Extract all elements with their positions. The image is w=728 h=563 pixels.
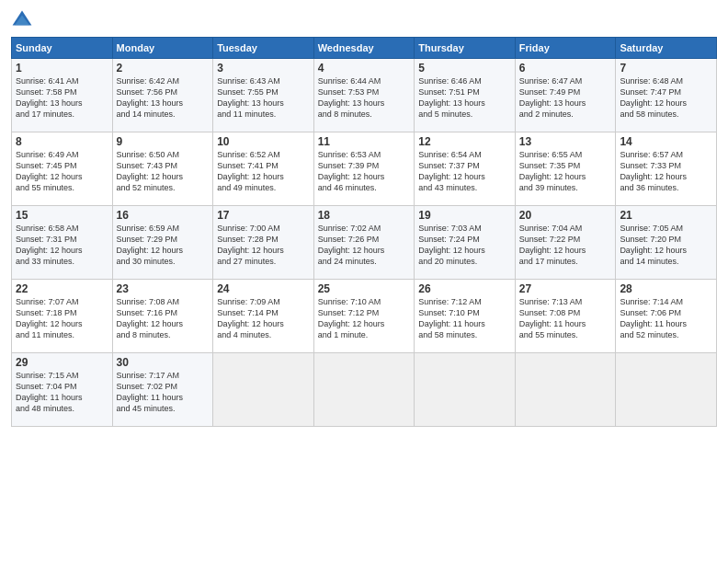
calendar-cell: 16Sunrise: 6:59 AMSunset: 7:29 PMDayligh… [112, 206, 213, 280]
cell-text: Sunrise: 6:41 AMSunset: 7:58 PMDaylight:… [16, 75, 108, 121]
calendar-cell [415, 353, 516, 427]
cell-text: Sunrise: 7:02 AMSunset: 7:26 PMDaylight:… [318, 223, 411, 268]
cell-text: Sunrise: 6:52 AMSunset: 7:41 PMDaylight:… [217, 149, 310, 194]
cell-text: Sunrise: 7:07 AMSunset: 7:18 PMDaylight:… [16, 296, 108, 341]
day-number: 6 [519, 62, 612, 75]
calendar-week-2: 8Sunrise: 6:49 AMSunset: 7:45 PMDaylight… [12, 132, 717, 206]
day-number: 12 [418, 135, 511, 148]
day-number: 13 [519, 135, 612, 148]
cell-text: Sunrise: 7:17 AMSunset: 7:02 PMDaylight:… [117, 370, 210, 415]
calendar-cell: 8Sunrise: 6:49 AMSunset: 7:45 PMDaylight… [12, 132, 113, 206]
logo-icon [11, 9, 33, 31]
cell-text: Sunrise: 6:54 AMSunset: 7:37 PMDaylight:… [418, 149, 511, 194]
cell-text: Sunrise: 7:03 AMSunset: 7:24 PMDaylight:… [418, 223, 511, 268]
day-number: 14 [620, 135, 712, 148]
cell-text: Sunrise: 7:00 AMSunset: 7:28 PMDaylight:… [217, 223, 310, 268]
cell-text: Sunrise: 6:49 AMSunset: 7:45 PMDaylight:… [16, 149, 108, 194]
cell-text: Sunrise: 7:14 AMSunset: 7:06 PMDaylight:… [620, 296, 712, 341]
cell-text: Sunrise: 6:47 AMSunset: 7:49 PMDaylight:… [519, 75, 612, 121]
day-header-thursday: Thursday [415, 38, 516, 59]
calendar-cell: 18Sunrise: 7:02 AMSunset: 7:26 PMDayligh… [313, 206, 415, 280]
day-number: 22 [16, 282, 108, 295]
day-number: 20 [519, 209, 612, 222]
calendar-cell: 15Sunrise: 6:58 AMSunset: 7:31 PMDayligh… [12, 206, 113, 280]
cell-text: Sunrise: 7:08 AMSunset: 7:16 PMDaylight:… [117, 296, 210, 341]
cell-text: Sunrise: 7:10 AMSunset: 7:12 PMDaylight:… [318, 296, 411, 341]
calendar-cell: 12Sunrise: 6:54 AMSunset: 7:37 PMDayligh… [415, 132, 516, 206]
day-number: 2 [117, 62, 210, 75]
day-header-sunday: Sunday [12, 38, 113, 59]
day-header-saturday: Saturday [616, 38, 717, 59]
day-header-wednesday: Wednesday [313, 38, 415, 59]
cell-text: Sunrise: 6:43 AMSunset: 7:55 PMDaylight:… [217, 75, 310, 121]
calendar-cell: 14Sunrise: 6:57 AMSunset: 7:33 PMDayligh… [616, 132, 717, 206]
cell-text: Sunrise: 6:50 AMSunset: 7:43 PMDaylight:… [117, 149, 210, 194]
day-number: 4 [318, 62, 411, 75]
cell-text: Sunrise: 6:55 AMSunset: 7:35 PMDaylight:… [519, 149, 612, 194]
calendar-cell: 24Sunrise: 7:09 AMSunset: 7:14 PMDayligh… [213, 280, 314, 353]
day-number: 7 [620, 62, 712, 75]
calendar-cell: 17Sunrise: 7:00 AMSunset: 7:28 PMDayligh… [213, 206, 314, 280]
calendar-cell [213, 353, 314, 427]
calendar-cell [313, 353, 415, 427]
cell-text: Sunrise: 7:09 AMSunset: 7:14 PMDaylight:… [217, 296, 310, 341]
calendar-cell: 23Sunrise: 7:08 AMSunset: 7:16 PMDayligh… [112, 280, 213, 353]
calendar-cell: 6Sunrise: 6:47 AMSunset: 7:49 PMDaylight… [515, 59, 616, 132]
day-number: 23 [117, 282, 210, 295]
calendar-cell: 20Sunrise: 7:04 AMSunset: 7:22 PMDayligh… [515, 206, 616, 280]
cell-text: Sunrise: 6:42 AMSunset: 7:56 PMDaylight:… [117, 75, 210, 121]
day-number: 24 [217, 282, 310, 295]
day-number: 16 [117, 209, 210, 222]
calendar-cell [616, 353, 717, 427]
cell-text: Sunrise: 6:57 AMSunset: 7:33 PMDaylight:… [620, 149, 712, 194]
calendar-week-4: 22Sunrise: 7:07 AMSunset: 7:18 PMDayligh… [12, 280, 717, 353]
day-number: 3 [217, 62, 310, 75]
cell-text: Sunrise: 6:48 AMSunset: 7:47 PMDaylight:… [620, 75, 712, 121]
cell-text: Sunrise: 7:04 AMSunset: 7:22 PMDaylight:… [519, 223, 612, 268]
calendar-week-1: 1Sunrise: 6:41 AMSunset: 7:58 PMDaylight… [12, 59, 717, 132]
calendar-cell: 13Sunrise: 6:55 AMSunset: 7:35 PMDayligh… [515, 132, 616, 206]
day-number: 29 [16, 356, 108, 369]
day-header-monday: Monday [112, 38, 213, 59]
day-number: 21 [620, 209, 712, 222]
day-number: 26 [418, 282, 511, 295]
day-number: 8 [16, 135, 108, 148]
calendar-cell: 26Sunrise: 7:12 AMSunset: 7:10 PMDayligh… [415, 280, 516, 353]
day-number: 11 [318, 135, 411, 148]
day-number: 17 [217, 209, 310, 222]
cell-text: Sunrise: 7:05 AMSunset: 7:20 PMDaylight:… [620, 223, 712, 268]
cell-text: Sunrise: 7:12 AMSunset: 7:10 PMDaylight:… [418, 296, 511, 341]
calendar-cell: 11Sunrise: 6:53 AMSunset: 7:39 PMDayligh… [313, 132, 415, 206]
day-number: 1 [16, 62, 108, 75]
calendar-cell: 10Sunrise: 6:52 AMSunset: 7:41 PMDayligh… [213, 132, 314, 206]
day-number: 30 [117, 356, 210, 369]
calendar-cell: 21Sunrise: 7:05 AMSunset: 7:20 PMDayligh… [616, 206, 717, 280]
cell-text: Sunrise: 6:44 AMSunset: 7:53 PMDaylight:… [318, 75, 411, 121]
calendar-cell: 28Sunrise: 7:14 AMSunset: 7:06 PMDayligh… [616, 280, 717, 353]
cell-text: Sunrise: 7:15 AMSunset: 7:04 PMDaylight:… [16, 370, 108, 415]
calendar-cell: 22Sunrise: 7:07 AMSunset: 7:18 PMDayligh… [12, 280, 113, 353]
calendar-body: 1Sunrise: 6:41 AMSunset: 7:58 PMDaylight… [12, 59, 717, 427]
header [11, 9, 717, 31]
calendar-cell: 29Sunrise: 7:15 AMSunset: 7:04 PMDayligh… [12, 353, 113, 427]
page-container: SundayMondayTuesdayWednesdayThursdayFrid… [0, 0, 728, 436]
calendar-cell [515, 353, 616, 427]
day-number: 5 [418, 62, 511, 75]
calendar-table: SundayMondayTuesdayWednesdayThursdayFrid… [11, 37, 717, 427]
cell-text: Sunrise: 6:46 AMSunset: 7:51 PMDaylight:… [418, 75, 511, 121]
cell-text: Sunrise: 6:53 AMSunset: 7:39 PMDaylight:… [318, 149, 411, 194]
calendar-cell: 2Sunrise: 6:42 AMSunset: 7:56 PMDaylight… [112, 59, 213, 132]
day-number: 15 [16, 209, 108, 222]
day-header-friday: Friday [515, 38, 616, 59]
cell-text: Sunrise: 6:58 AMSunset: 7:31 PMDaylight:… [16, 223, 108, 268]
day-number: 9 [117, 135, 210, 148]
calendar-header: SundayMondayTuesdayWednesdayThursdayFrid… [12, 38, 717, 59]
calendar-cell: 25Sunrise: 7:10 AMSunset: 7:12 PMDayligh… [313, 280, 415, 353]
calendar-cell: 1Sunrise: 6:41 AMSunset: 7:58 PMDaylight… [12, 59, 113, 132]
calendar-cell: 5Sunrise: 6:46 AMSunset: 7:51 PMDaylight… [415, 59, 516, 132]
calendar-cell: 19Sunrise: 7:03 AMSunset: 7:24 PMDayligh… [415, 206, 516, 280]
calendar-cell: 27Sunrise: 7:13 AMSunset: 7:08 PMDayligh… [515, 280, 616, 353]
cell-text: Sunrise: 6:59 AMSunset: 7:29 PMDaylight:… [117, 223, 210, 268]
day-number: 18 [318, 209, 411, 222]
calendar-cell: 7Sunrise: 6:48 AMSunset: 7:47 PMDaylight… [616, 59, 717, 132]
